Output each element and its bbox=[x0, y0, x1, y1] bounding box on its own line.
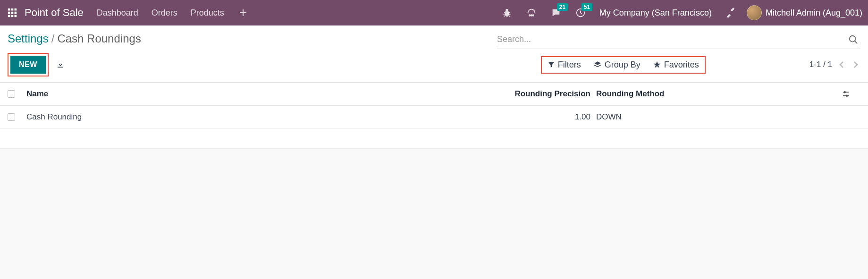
star-icon bbox=[653, 60, 661, 69]
favorites-button[interactable]: Favorites bbox=[653, 60, 699, 70]
cell-precision: 1.00 bbox=[506, 112, 596, 122]
svg-line-14 bbox=[508, 12, 510, 13]
company-selector[interactable]: My Company (San Francisco) bbox=[599, 8, 712, 18]
breadcrumb-parent[interactable]: Settings bbox=[8, 32, 49, 45]
svg-rect-25 bbox=[58, 67, 63, 68]
table-row[interactable]: Cash Rounding 1.00 DOWN bbox=[0, 106, 868, 129]
user-menu[interactable]: Mitchell Admin (Aug_001) bbox=[747, 5, 862, 20]
search-icon[interactable] bbox=[846, 33, 860, 47]
pager-prev-icon[interactable] bbox=[837, 59, 846, 71]
svg-rect-10 bbox=[240, 12, 246, 13]
pager-next-icon[interactable] bbox=[851, 59, 860, 71]
breadcrumb: Settings / Cash Roundings bbox=[8, 30, 141, 51]
download-icon[interactable] bbox=[56, 60, 65, 69]
svg-rect-6 bbox=[8, 15, 10, 17]
new-button-highlight: NEW bbox=[8, 53, 49, 76]
activities-badge: 51 bbox=[581, 3, 592, 11]
pager: 1-1 / 1 bbox=[706, 59, 860, 71]
svg-line-13 bbox=[503, 12, 505, 13]
apps-grid-icon[interactable] bbox=[6, 6, 19, 19]
svg-line-17 bbox=[504, 16, 505, 17]
svg-line-18 bbox=[508, 16, 510, 17]
support-icon[interactable] bbox=[525, 6, 538, 19]
col-header-method[interactable]: Rounding Method bbox=[596, 89, 842, 99]
top-navbar: Point of Sale Dashboard Orders Products … bbox=[0, 0, 868, 25]
row-checkbox[interactable] bbox=[8, 113, 15, 121]
activities-clock-icon[interactable]: 51 bbox=[574, 6, 587, 19]
svg-point-27 bbox=[844, 92, 845, 93]
svg-rect-3 bbox=[8, 12, 10, 14]
avatar bbox=[747, 5, 762, 20]
nav-add-icon[interactable] bbox=[239, 9, 247, 17]
list-view: Name Rounding Precision Rounding Method … bbox=[0, 83, 868, 149]
search-input[interactable] bbox=[497, 34, 846, 44]
pager-text[interactable]: 1-1 / 1 bbox=[809, 60, 832, 69]
svg-point-19 bbox=[529, 15, 531, 16]
groupby-label: Group By bbox=[605, 60, 640, 70]
svg-rect-1 bbox=[11, 8, 14, 11]
cell-name: Cash Rounding bbox=[26, 112, 506, 122]
svg-line-24 bbox=[855, 41, 858, 43]
svg-point-23 bbox=[850, 35, 856, 42]
debug-bug-icon[interactable] bbox=[500, 6, 514, 19]
svg-line-15 bbox=[503, 14, 505, 15]
svg-line-16 bbox=[509, 14, 510, 15]
empty-space bbox=[0, 129, 868, 149]
layers-icon bbox=[593, 60, 602, 69]
groupby-button[interactable]: Group By bbox=[593, 60, 640, 70]
svg-point-29 bbox=[846, 95, 848, 96]
col-header-precision[interactable]: Rounding Precision bbox=[506, 89, 596, 99]
nav-orders[interactable]: Orders bbox=[152, 8, 177, 18]
svg-rect-5 bbox=[15, 12, 17, 14]
svg-rect-7 bbox=[11, 15, 14, 17]
svg-rect-8 bbox=[15, 15, 17, 17]
breadcrumb-separator: / bbox=[51, 32, 55, 45]
favorites-label: Favorites bbox=[664, 60, 699, 70]
nav-products[interactable]: Products bbox=[191, 8, 224, 18]
user-name: Mitchell Admin (Aug_001) bbox=[766, 8, 862, 18]
app-title[interactable]: Point of Sale bbox=[25, 7, 84, 19]
svg-rect-2 bbox=[15, 8, 17, 11]
nav-dashboard[interactable]: Dashboard bbox=[97, 8, 138, 18]
messages-badge: 21 bbox=[557, 3, 568, 11]
svg-point-12 bbox=[506, 9, 508, 12]
filters-label: Filters bbox=[558, 60, 581, 70]
optional-columns-icon[interactable] bbox=[842, 90, 860, 98]
svg-point-11 bbox=[505, 10, 509, 17]
svg-point-21 bbox=[532, 15, 534, 16]
table-header: Name Rounding Precision Rounding Method bbox=[0, 83, 868, 106]
svg-rect-4 bbox=[11, 12, 14, 14]
messages-icon[interactable]: 21 bbox=[549, 6, 563, 19]
funnel-icon bbox=[548, 61, 555, 68]
svg-point-20 bbox=[531, 15, 532, 16]
settings-tools-icon[interactable] bbox=[724, 6, 737, 19]
svg-rect-0 bbox=[8, 8, 10, 11]
cell-method: DOWN bbox=[596, 112, 842, 122]
control-panel: Settings / Cash Roundings NEW Filters bbox=[0, 25, 868, 83]
filters-button[interactable]: Filters bbox=[548, 60, 581, 70]
select-all-checkbox[interactable] bbox=[8, 90, 15, 98]
search-bar bbox=[497, 33, 860, 49]
breadcrumb-current: Cash Roundings bbox=[57, 32, 141, 45]
col-header-name[interactable]: Name bbox=[26, 89, 506, 99]
filters-highlight: Filters Group By Favorites bbox=[541, 56, 706, 74]
new-button[interactable]: NEW bbox=[10, 56, 46, 74]
